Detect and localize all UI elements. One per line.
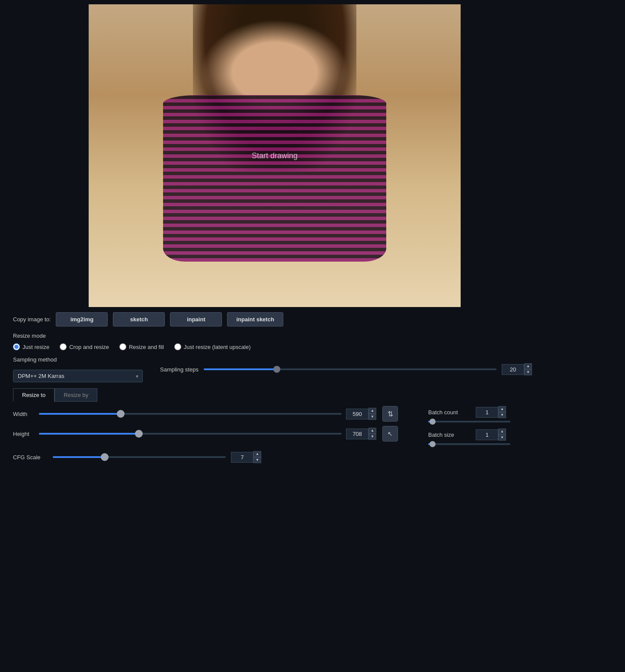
batch-count-slider-row [428, 421, 510, 422]
sampling-method-select[interactable]: DPM++ 2M Karras [13, 370, 143, 382]
batch-count-input[interactable] [476, 407, 498, 418]
batch-count-slider[interactable] [428, 421, 510, 422]
crop-and-resize-label: Crop and resize [69, 344, 109, 350]
dimensions-batch-row: Width ▲ ▼ ⇅ Height [13, 402, 532, 445]
copy-to-sketch-button[interactable]: sketch [113, 312, 165, 326]
resize-mode-latent-upscale[interactable]: Just resize (latent upscale) [174, 343, 251, 350]
sampling-method-section: Sampling method DPM++ 2M Karras ▼ [13, 356, 143, 382]
batch-count-thumb[interactable] [429, 419, 436, 425]
cfg-scale-up-btn[interactable]: ▲ [253, 451, 261, 457]
latent-upscale-label: Just resize (latent upscale) [184, 344, 251, 350]
swap-dimensions-button[interactable]: ⇅ [382, 406, 398, 422]
batch-size-spinners: ▲ ▼ [498, 429, 506, 441]
batch-size-thumb[interactable] [429, 441, 436, 447]
height-up-btn[interactable]: ▲ [369, 428, 376, 434]
copy-to-inpaint-sketch-button[interactable]: inpaint sketch [227, 312, 283, 326]
height-row: Height ▲ ▼ ↖ [13, 426, 407, 442]
cfg-scale-input[interactable] [231, 452, 253, 463]
height-down-btn[interactable]: ▼ [369, 434, 376, 440]
width-row: Width ▲ ▼ ⇅ [13, 406, 407, 422]
height-slider-fill [39, 433, 139, 435]
width-down-btn[interactable]: ▼ [369, 414, 376, 420]
copy-to-inpaint-button[interactable]: inpaint [170, 312, 222, 326]
height-label: Height [13, 431, 35, 437]
cfg-scale-down-btn[interactable]: ▼ [253, 457, 261, 463]
tab-resize-by[interactable]: Resize by [54, 388, 97, 402]
batch-size-slider-row [428, 443, 510, 445]
batch-size-input[interactable] [476, 429, 498, 440]
width-up-btn[interactable]: ▲ [369, 408, 376, 414]
height-spinners: ▲ ▼ [369, 428, 376, 440]
width-spinners: ▲ ▼ [369, 408, 376, 420]
cfg-scale-slider[interactable] [53, 453, 226, 461]
lock-aspect-ratio-button[interactable]: ↖ [382, 426, 398, 442]
sampling-steps-thumb[interactable] [273, 366, 280, 373]
batch-size-up-btn[interactable]: ▲ [498, 429, 506, 435]
sampling-steps-slider[interactable] [204, 368, 497, 370]
tab-resize-to[interactable]: Resize to [13, 388, 54, 402]
sampling-method-label: Sampling method [13, 356, 143, 363]
height-slider[interactable] [39, 429, 342, 438]
batch-count-down-btn[interactable]: ▼ [498, 412, 506, 418]
batch-section: Batch count ▲ ▼ Batch size [428, 402, 532, 445]
resize-mode-crop-and-resize[interactable]: Crop and resize [60, 343, 109, 350]
cfg-scale-section: CFG Scale ▲ ▼ [13, 451, 532, 463]
width-input-wrapper: ▲ ▼ [346, 408, 376, 420]
width-slider[interactable] [39, 410, 342, 418]
resize-mode-label: Resize mode [13, 333, 532, 339]
batch-count-label: Batch count [428, 409, 471, 416]
batch-count-spinners: ▲ ▼ [498, 406, 506, 418]
batch-count-row: Batch count ▲ ▼ [428, 406, 532, 418]
height-input-wrapper: ▲ ▼ [346, 428, 376, 440]
sampling-steps-fill [204, 368, 277, 370]
image-canvas: Start drawing [89, 4, 461, 307]
batch-size-down-btn[interactable]: ▼ [498, 435, 506, 441]
height-input[interactable] [346, 429, 369, 439]
width-slider-fill [39, 413, 121, 415]
cfg-scale-thumb[interactable] [101, 453, 109, 461]
sampling-steps-down-btn[interactable]: ▼ [524, 369, 532, 375]
resize-mode-radio-group: Just resize Crop and resize Resize and f… [13, 343, 532, 350]
just-resize-label: Just resize [22, 344, 49, 350]
width-input[interactable] [346, 409, 369, 419]
resize-mode-just-resize[interactable]: Just resize [13, 343, 49, 350]
sampling-steps-input[interactable] [502, 364, 524, 375]
sampling-steps-section: Sampling steps ▲ ▼ [160, 363, 532, 375]
copy-image-label: Copy image to: [13, 316, 51, 323]
sampling-steps-spinners: ▲ ▼ [524, 363, 532, 375]
batch-size-input-wrapper: ▲ ▼ [476, 429, 506, 441]
height-slider-thumb[interactable] [135, 430, 143, 438]
cfg-scale-fill [53, 456, 105, 458]
sampling-steps-label: Sampling steps [160, 366, 199, 373]
sampling-steps-input-wrapper: ▲ ▼ [502, 363, 532, 375]
sampling-steps-up-btn[interactable]: ▲ [524, 363, 532, 369]
cfg-scale-spinners: ▲ ▼ [253, 451, 261, 463]
sampling-row: Sampling method DPM++ 2M Karras ▼ Sampli… [13, 356, 532, 382]
width-slider-thumb[interactable] [117, 410, 125, 418]
cfg-scale-input-wrapper: ▲ ▼ [231, 451, 261, 463]
resize-mode-resize-and-fill[interactable]: Resize and fill [119, 343, 164, 350]
batch-size-slider[interactable] [428, 443, 510, 445]
resize-tabs: Resize to Resize by [13, 388, 97, 402]
cfg-scale-label: CFG Scale [13, 454, 48, 461]
copy-image-row: Copy image to: img2img sketch inpaint in… [13, 312, 446, 326]
batch-size-label: Batch size [428, 432, 471, 438]
batch-count-input-wrapper: ▲ ▼ [476, 406, 506, 418]
batch-size-row: Batch size ▲ ▼ [428, 429, 532, 441]
dimensions-section: Width ▲ ▼ ⇅ Height [13, 402, 407, 442]
width-label: Width [13, 411, 35, 417]
resize-and-fill-label: Resize and fill [129, 344, 164, 350]
sampling-method-dropdown-wrapper: DPM++ 2M Karras ▼ [13, 370, 143, 382]
copy-to-img2img-button[interactable]: img2img [56, 312, 108, 326]
resize-mode-section: Resize mode Just resize Crop and resize … [13, 333, 532, 350]
batch-count-up-btn[interactable]: ▲ [498, 406, 506, 412]
